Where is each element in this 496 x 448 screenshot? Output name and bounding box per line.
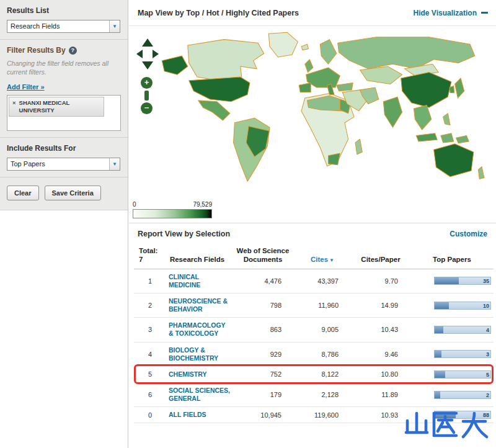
include-results-dropdown[interactable]: Top Papers ▼ (7, 158, 120, 171)
report-view-header: Report View by Selection Customize (129, 223, 496, 243)
research-field-link[interactable]: CHEMISTRY (169, 370, 206, 379)
legend-labels: 0 79,529 (133, 201, 212, 208)
top-papers-bar: 2 (434, 391, 491, 399)
top-papers-bar-fill (435, 277, 459, 284)
row-cites: 8,122 (294, 366, 351, 382)
row-cites: 8,786 (294, 342, 351, 366)
sidebar: Results List Research Fields ▼ Filter Re… (0, 0, 128, 448)
col-header-total: Total: 7 (134, 244, 162, 269)
top-papers-bar: 10 (434, 302, 491, 310)
top-papers-bar-fill (435, 351, 441, 357)
row-cites-per-paper: 14.99 (351, 293, 410, 318)
research-field-link[interactable]: ALL FIELDS (169, 411, 206, 419)
row-rank: 4 (134, 342, 162, 366)
table-row-social-sciences-general[interactable]: 6 SOCIAL SCIENCES, GENERAL 179 2,128 11.… (134, 382, 494, 406)
hide-visualization-link[interactable]: Hide Visualization (414, 9, 489, 17)
row-cites-per-paper: 9.46 (351, 342, 410, 366)
include-results-section: Include Results For Top Papers ▼ (0, 138, 128, 177)
top-papers-bar-fill (435, 371, 445, 378)
top-papers-bar: 3 (434, 350, 491, 358)
report-table: Total: 7 Research Fields Web of Science … (134, 244, 494, 423)
zoom-out-button[interactable]: − (141, 102, 153, 114)
col-header-cites[interactable]: Cites▼ (294, 244, 351, 269)
map-legend: 0 79,529 (133, 201, 212, 218)
world-choropleth-map[interactable] (154, 30, 494, 190)
research-field-link[interactable]: BIOLOGY & BIOCHEMISTRY (169, 346, 231, 362)
row-rank: 2 (134, 293, 162, 318)
filter-results-header: Filter Results By ? (7, 46, 121, 55)
filter-chip-label: SHANXI MEDICAL UNIVERSITY (19, 99, 100, 114)
help-icon[interactable]: ? (69, 47, 77, 55)
table-row-pharmacology-toxicology[interactable]: 3 PHARMACOLOGY & TOXICOLOGY 863 9,005 10… (134, 318, 494, 342)
row-cites-per-paper: 10.43 (351, 318, 410, 342)
research-field-link[interactable]: CLINICAL MEDICINE (169, 273, 231, 289)
row-docs: 752 (232, 366, 294, 382)
remove-filter-icon[interactable]: × (12, 99, 16, 114)
add-filter-link[interactable]: Add Filter » (7, 83, 45, 91)
minimize-icon (480, 9, 489, 17)
row-cites-per-paper: 11.89 (351, 382, 410, 406)
filter-section: Filter Results By ? Changing the filter … (0, 40, 128, 138)
map-zoom-control[interactable]: + − (141, 77, 153, 114)
top-papers-count: 2 (486, 392, 489, 399)
top-papers-bar: 5 (434, 370, 491, 379)
table-row-neuroscience-behavior[interactable]: 2 NEUROSCIENCE & BEHAVIOR 798 11,960 14.… (134, 293, 494, 318)
row-docs: 179 (232, 382, 294, 406)
row-cites-per-paper: 10.80 (351, 366, 410, 382)
row-cites: 9,005 (294, 318, 351, 342)
zoom-slider[interactable] (144, 91, 149, 101)
results-list-label: Results List (7, 6, 121, 15)
top-papers-bar-fill (435, 326, 443, 333)
top-papers-count: 10 (483, 302, 489, 310)
row-cites: 11,960 (294, 293, 351, 318)
results-list-dropdown[interactable]: Research Fields ▼ (7, 20, 120, 33)
chevron-down-icon: ▼ (109, 158, 120, 170)
row-docs: 10,945 (232, 407, 294, 423)
map-view-header: Map View by Top / Hot / Highly Cited Pap… (129, 0, 496, 26)
pan-down-icon[interactable] (142, 61, 153, 69)
row-rank: 6 (134, 382, 162, 406)
col-header-wos-documents: Web of Science Documents (232, 244, 294, 269)
pan-left-icon[interactable] (136, 50, 143, 58)
table-row-clinical-medicine[interactable]: 1 CLINICAL MEDICINE 4,476 43,397 9.70 35 (134, 269, 494, 293)
include-results-dropdown-value: Top Papers (7, 158, 109, 170)
clear-button[interactable]: Clear (7, 186, 39, 200)
research-field-link[interactable]: NEUROSCIENCE & BEHAVIOR (169, 297, 231, 313)
top-papers-bar-fill (435, 392, 440, 398)
top-papers-count: 5 (486, 371, 489, 379)
chevron-down-icon: ▼ (109, 20, 120, 32)
row-docs: 798 (232, 293, 294, 318)
top-papers-bar-fill (435, 302, 449, 309)
report-view-title: Report View by Selection (138, 230, 230, 238)
selected-filters-box: × SHANXI MEDICAL UNIVERSITY (7, 95, 121, 131)
top-papers-count: 35 (483, 277, 489, 285)
main-content: Map View by Top / Hot / Highly Cited Pap… (129, 0, 496, 448)
col-header-top-papers: Top Papers (410, 244, 494, 269)
filter-results-label: Filter Results By (7, 46, 66, 55)
research-field-link[interactable]: SOCIAL SCIENCES, GENERAL (169, 387, 231, 403)
filter-chip-shanxi-medical-university[interactable]: × SHANXI MEDICAL UNIVERSITY (9, 97, 104, 117)
legend-gradient-bar (133, 209, 212, 218)
customize-link[interactable]: Customize (450, 230, 487, 238)
results-list-dropdown-value: Research Fields (7, 20, 109, 32)
row-rank: 1 (134, 269, 162, 293)
total-label: Total: (139, 246, 161, 255)
row-docs: 929 (232, 342, 294, 366)
row-cites-per-paper: 9.70 (351, 269, 410, 293)
top-papers-bar: 35 (434, 277, 491, 285)
top-papers-count: 3 (486, 351, 489, 358)
save-criteria-button[interactable]: Save Criteria (45, 186, 101, 200)
col-header-cites-per-paper: Cites/Paper (351, 244, 410, 269)
table-row-chemistry[interactable]: 5 CHEMISTRY 752 8,122 10.80 5 (134, 366, 494, 382)
sort-desc-icon: ▼ (329, 258, 334, 263)
pan-up-icon[interactable] (142, 38, 153, 47)
row-rank: 3 (134, 318, 162, 342)
cites-sort-label: Cites (311, 256, 328, 263)
research-field-link[interactable]: PHARMACOLOGY & TOXICOLOGY (169, 321, 231, 338)
row-cites: 2,128 (294, 382, 351, 406)
table-row-biology-biochemistry[interactable]: 4 BIOLOGY & BIOCHEMISTRY 929 8,786 9.46 … (134, 342, 494, 366)
zoom-in-button[interactable]: + (141, 77, 153, 89)
row-cites: 119,600 (294, 407, 351, 423)
row-docs: 863 (232, 318, 294, 342)
include-results-label: Include Results For (7, 144, 121, 153)
